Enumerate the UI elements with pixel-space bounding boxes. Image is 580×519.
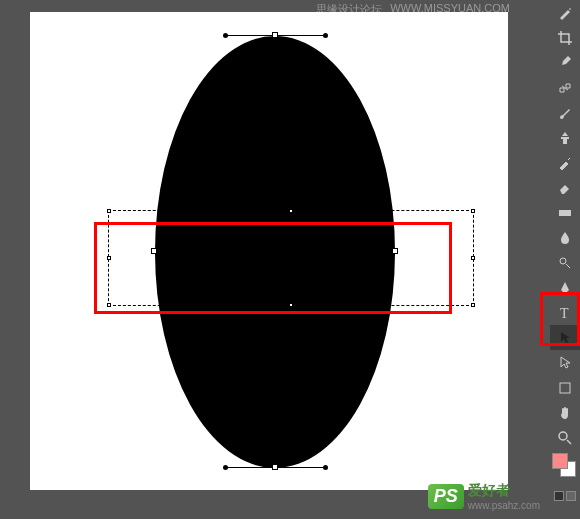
color-swatches[interactable] (552, 453, 578, 479)
svg-point-1 (560, 258, 566, 264)
dodge-tool[interactable] (550, 250, 580, 275)
zoom-tool[interactable] (550, 425, 580, 450)
svg-text:T: T (560, 306, 569, 321)
pen-tool[interactable] (550, 275, 580, 300)
clone-stamp-tool[interactable] (550, 125, 580, 150)
blur-tool[interactable] (550, 225, 580, 250)
bezier-control-point[interactable] (223, 465, 228, 470)
selection-handle[interactable] (471, 209, 475, 213)
watermark-logo: PS (428, 484, 464, 509)
shape-tool[interactable] (550, 375, 580, 400)
watermark-text: 爱好者 (468, 482, 540, 500)
svg-point-4 (559, 432, 567, 440)
selection-handle[interactable] (471, 303, 475, 307)
watermark: PS 爱好者 www.psahz.com (428, 482, 540, 511)
selection-handle[interactable] (107, 209, 111, 213)
mode-swatch[interactable] (554, 491, 564, 501)
selection-handle[interactable] (289, 209, 293, 213)
svg-rect-3 (560, 383, 570, 393)
tools-panel: T (550, 0, 580, 519)
mode-swatches (554, 491, 576, 501)
watermark-url: www.psahz.com (468, 500, 540, 511)
type-tool[interactable]: T (550, 300, 580, 325)
anchor-point-bottom[interactable] (272, 464, 278, 470)
eyedropper-tool[interactable] (550, 50, 580, 75)
crop-tool[interactable] (550, 25, 580, 50)
path-selection-tool[interactable] (550, 325, 580, 350)
eraser-tool[interactable] (550, 175, 580, 200)
selection-handle[interactable] (471, 256, 475, 260)
foreground-color-swatch[interactable] (552, 453, 568, 469)
brush-tool[interactable] (550, 100, 580, 125)
hand-tool[interactable] (550, 400, 580, 425)
anchor-point-top[interactable] (272, 32, 278, 38)
wand-tool[interactable] (550, 0, 580, 25)
bezier-control-point[interactable] (323, 33, 328, 38)
history-brush-tool[interactable] (550, 150, 580, 175)
bezier-control-point[interactable] (323, 465, 328, 470)
annotation-highlight-box (94, 222, 452, 314)
healing-brush-tool[interactable] (550, 75, 580, 100)
mode-swatch[interactable] (566, 491, 576, 501)
gradient-tool[interactable] (550, 200, 580, 225)
bezier-control-point[interactable] (223, 33, 228, 38)
direct-selection-tool[interactable] (550, 350, 580, 375)
canvas-area[interactable] (30, 12, 508, 490)
svg-rect-0 (559, 210, 571, 216)
